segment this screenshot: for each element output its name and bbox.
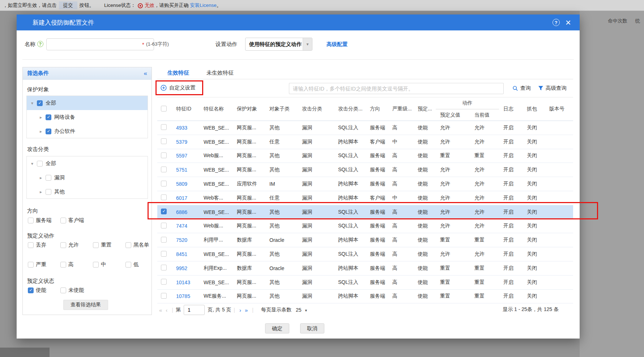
table-row-5809[interactable]: 5809WEB_SE...应用软件IM漏洞跨站脚本服务端高使能允许允许开启关闭 <box>157 177 573 191</box>
signature-id-link[interactable]: 6017 <box>176 195 187 201</box>
signature-id-link[interactable]: 10143 <box>176 280 190 285</box>
checkbox[interactable] <box>46 175 51 181</box>
signature-id-search-input[interactable] <box>289 83 504 94</box>
caret-right-icon[interactable]: ▸ <box>40 129 46 134</box>
tree-item-全部[interactable]: ▾全部 <box>27 156 148 171</box>
signature-id-link[interactable]: 4933 <box>176 125 187 131</box>
checkbox[interactable] <box>93 242 99 248</box>
view-filter-results-button[interactable]: 查看筛选结果 <box>63 300 108 310</box>
table-row-6886[interactable]: 6886WEB_SE...网页服...其他漏洞SQL注入服务端高使能允许允许开启… <box>157 205 573 219</box>
signature-id-link[interactable]: 6886 <box>176 209 187 215</box>
row-checkbox[interactable] <box>161 237 167 243</box>
signature-id-link[interactable]: 10785 <box>176 293 190 299</box>
checkbox-option-使能[interactable]: 使能 <box>28 287 60 294</box>
checkbox[interactable] <box>28 242 34 248</box>
caret-right-icon[interactable]: ▸ <box>40 189 46 194</box>
checkbox-option-低[interactable]: 低 <box>125 261 139 268</box>
close-icon[interactable]: × <box>566 19 571 26</box>
submit-button[interactable]: 提交 <box>59 1 77 9</box>
install-license-link[interactable]: 安装License <box>190 2 217 9</box>
last-page-icon[interactable]: » <box>243 307 250 313</box>
prev-page-icon[interactable]: ‹ <box>164 307 169 313</box>
checkbox[interactable] <box>60 242 66 248</box>
checkbox-option-高[interactable]: 高 <box>60 261 93 268</box>
caret-down-icon[interactable]: ▾ <box>31 161 37 166</box>
checkbox[interactable] <box>93 262 99 268</box>
chevron-down-icon[interactable]: ▾ <box>303 38 312 50</box>
checkbox-option-重置[interactable]: 重置 <box>93 242 125 248</box>
table-row-6017[interactable]: 6017Web客...网页服...任意漏洞跨站脚本客户端中使能允许允许开启关闭 <box>157 191 573 205</box>
tab-active-signatures[interactable]: 生效特征 <box>167 70 189 76</box>
table-row-9952[interactable]: 9952利用Exp...数据库Oracle漏洞跨站脚本服务端高使能重置重置开启关… <box>157 261 573 275</box>
per-page-select[interactable]: 25 ▾ <box>296 307 307 313</box>
tree-item-办公软件[interactable]: ▸办公软件 <box>27 124 148 138</box>
next-page-icon[interactable]: › <box>238 307 243 313</box>
table-row-5379[interactable]: 5379WEB_SE...网页服...任意漏洞跨站脚本客户端中使能允许允许开启关… <box>157 135 573 149</box>
first-page-icon[interactable]: « <box>157 307 164 313</box>
table-row-10785[interactable]: 10785WE服务...网页服...其他漏洞跨站脚本服务端高使能重置重置开启关闭 <box>157 289 573 303</box>
row-checkbox[interactable] <box>161 194 167 200</box>
table-row-10143[interactable]: 10143WEB_SE...网页服...其他漏洞SQL注入服务端高使能重置重置开… <box>157 275 573 289</box>
caret-right-icon[interactable]: ▸ <box>40 115 46 120</box>
tab-inactive-signatures[interactable]: 未生效特征 <box>206 70 234 76</box>
row-checkbox[interactable] <box>161 251 167 257</box>
checkbox[interactable] <box>37 161 43 167</box>
ok-button[interactable]: 确定 <box>265 323 289 333</box>
row-checkbox[interactable] <box>161 181 167 186</box>
tree-item-漏洞[interactable]: ▸漏洞 <box>27 171 148 185</box>
signature-id-link[interactable]: 5751 <box>176 167 187 173</box>
signature-id-link[interactable]: 5379 <box>176 139 187 145</box>
custom-settings-button[interactable]: 自定义设置 <box>161 84 196 91</box>
query-button[interactable]: 查询 <box>512 85 531 92</box>
table-row-4933[interactable]: 4933WEB_SE...网页服...其他漏洞SQL注入服务端高使能允许允许开启… <box>157 121 573 135</box>
tree-item-网络设备[interactable]: ▸网络设备 <box>27 110 148 124</box>
checkbox[interactable] <box>125 242 131 248</box>
advanced-query-button[interactable]: 高级查询 <box>538 85 567 92</box>
row-checkbox[interactable] <box>161 293 167 299</box>
checkbox[interactable] <box>60 287 66 293</box>
checkbox[interactable] <box>60 218 66 223</box>
signature-id-link[interactable]: 7474 <box>176 223 187 229</box>
signature-id-link[interactable]: 5809 <box>176 181 187 187</box>
cancel-button[interactable]: 取消 <box>300 323 324 333</box>
checkbox-option-未使能[interactable]: 未使能 <box>60 287 84 294</box>
tree-item-其他[interactable]: ▸其他 <box>27 185 148 199</box>
row-checkbox[interactable] <box>161 279 167 285</box>
checkbox[interactable] <box>46 189 51 195</box>
checkbox[interactable] <box>125 262 131 268</box>
caret-down-icon[interactable]: ▾ <box>31 101 37 106</box>
checkbox-option-客户端[interactable]: 客户端 <box>60 217 84 224</box>
row-checkbox[interactable] <box>161 223 167 228</box>
checkbox[interactable] <box>28 287 34 293</box>
checkbox-option-黑名单[interactable]: 黑名单 <box>125 242 149 248</box>
checkbox[interactable] <box>28 218 34 223</box>
row-checkbox[interactable] <box>161 167 167 172</box>
advanced-config-link[interactable]: 高级配置 <box>327 41 347 48</box>
row-checkbox[interactable] <box>161 138 167 144</box>
select-all-checkbox[interactable] <box>161 106 167 112</box>
signature-id-link[interactable]: 8451 <box>176 251 187 257</box>
checkbox-option-允许[interactable]: 允许 <box>60 242 93 248</box>
checkbox[interactable] <box>37 100 43 106</box>
checkbox-option-服务端[interactable]: 服务端 <box>28 217 60 224</box>
table-row-8451[interactable]: 8451WEB_SE...网页服...其他漏洞SQL注入服务端高使能允许允许开启… <box>157 247 573 261</box>
checkbox[interactable] <box>60 262 66 268</box>
name-help-icon[interactable]: ? <box>37 41 43 47</box>
signature-id-link[interactable]: 9952 <box>176 265 187 271</box>
signature-id-link[interactable]: 5597 <box>176 153 187 159</box>
help-icon[interactable]: ? <box>553 19 560 26</box>
caret-right-icon[interactable]: ▸ <box>40 175 46 180</box>
collapse-sidebar-icon[interactable]: « <box>144 70 147 77</box>
page-number-input[interactable] <box>184 305 205 315</box>
name-input[interactable] <box>46 38 154 50</box>
tree-item-全部[interactable]: ▾全部 <box>27 96 148 110</box>
checkbox[interactable] <box>46 114 51 120</box>
table-row-5597[interactable]: 5597Web服...网页服...其他漏洞SQL注入服务端高使能重置重置开启关闭 <box>157 149 573 163</box>
set-action-dropdown[interactable]: 使用特征的预定义动作 ▾ <box>245 38 312 51</box>
table-row-7474[interactable]: 7474Web服...网页服...其他漏洞SQL注入服务端高使能允许允许开启关闭 <box>157 219 573 233</box>
checkbox[interactable] <box>28 262 34 268</box>
checkbox-option-丢弃[interactable]: 丢弃 <box>28 242 60 248</box>
checkbox-option-中[interactable]: 中 <box>93 261 125 268</box>
checkbox[interactable] <box>46 129 51 134</box>
row-checkbox[interactable] <box>161 209 167 214</box>
